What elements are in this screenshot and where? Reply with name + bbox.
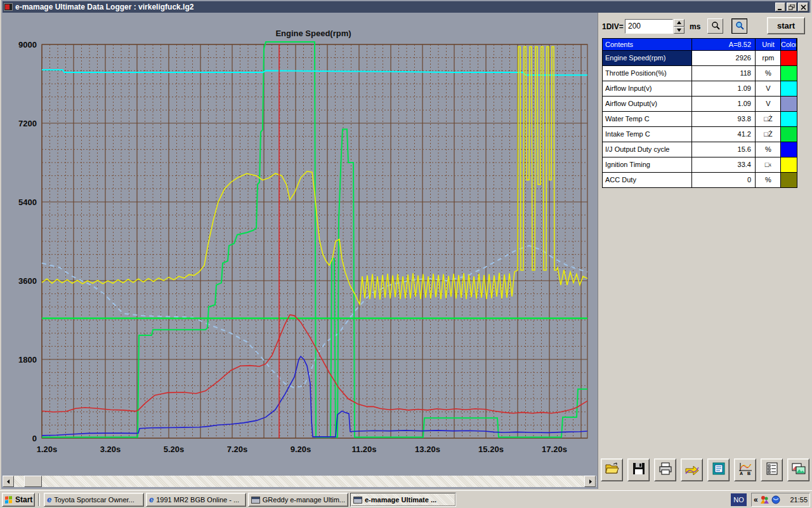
channel-color-swatch[interactable] [781, 127, 797, 142]
channel-row-2[interactable]: Throttle Position(%)118% [603, 65, 797, 81]
channel-color-swatch[interactable] [781, 112, 797, 126]
channel-value: 2926 [692, 51, 756, 65]
channel-unit: V [756, 81, 781, 96]
save-button[interactable] [627, 458, 650, 481]
internet-explorer-icon: e [149, 496, 154, 504]
channel-unit: rpm [756, 51, 781, 65]
channel-color-swatch[interactable] [781, 66, 797, 81]
channel-color-swatch[interactable] [781, 97, 797, 111]
restore-button[interactable] [787, 3, 797, 11]
bottom-toolbar: AB [598, 458, 812, 484]
channel-color-swatch[interactable] [781, 173, 797, 187]
images-button[interactable] [787, 458, 809, 481]
taskbar-divider [38, 493, 40, 506]
series-engine-speed [42, 315, 587, 413]
open-file-button[interactable] [601, 458, 623, 481]
images-icon [791, 462, 806, 478]
channel-row-6[interactable]: Intake Temp C41.2□Ż [603, 126, 797, 142]
magnifier-blue-icon [735, 21, 745, 31]
channel-name[interactable]: Intake Temp C [603, 127, 692, 142]
axis-labels: 0180036005400720090001.20s3.20s5.20s7.20… [18, 40, 567, 454]
report-list-button[interactable] [761, 458, 783, 481]
table-body: Engine Speed(rpm)2926rpmThrottle Positio… [603, 50, 797, 187]
task-button-4[interactable]: e-mamage Ultimate ... [350, 493, 456, 507]
div-spinner[interactable] [674, 19, 684, 34]
scroll-right-button[interactable] [584, 476, 596, 487]
zoom-in-button[interactable] [731, 18, 747, 34]
language-indicator[interactable]: NO [731, 493, 747, 506]
channel-row-9[interactable]: ACC Duty0% [603, 172, 797, 187]
export-chart-button[interactable] [681, 458, 703, 481]
channel-row-8[interactable]: Ignition Timing33.4□‹ [603, 157, 797, 172]
chart-title: Engine Speed(rpm) [41, 29, 586, 38]
channel-row-1[interactable]: Engine Speed(rpm)2926rpm [603, 50, 797, 65]
channel-name[interactable]: Ignition Timing [603, 157, 692, 172]
taskbar: Start eToyota Sportscar Owner...e1991 MR… [0, 490, 812, 508]
div-input[interactable]: 200 [625, 19, 673, 34]
channel-color-swatch[interactable] [781, 157, 797, 172]
magnifier-icon [710, 21, 721, 31]
task-button-1[interactable]: eToyota Sportscar Owner... [44, 493, 144, 507]
scroll-left-button[interactable] [3, 476, 14, 487]
task-button-3[interactable]: GReddy e-manage Ultim... [248, 493, 348, 507]
channel-name[interactable]: Airflow Input(v) [603, 81, 692, 96]
list-view-button[interactable] [707, 458, 730, 481]
chart-series [42, 42, 587, 438]
app-window: e-mamage Ultimate Data Logger : virkelig… [0, 0, 812, 490]
task-button-2[interactable]: e1991 MR2 BGB Online - ... [146, 493, 246, 507]
channel-unit: □‹ [756, 157, 781, 172]
window-title: e-mamage Ultimate Data Logger : virkelig… [15, 3, 193, 11]
x-tick-label: 11.20s [351, 444, 376, 454]
y-tick-label: 1800 [18, 355, 37, 364]
channel-name[interactable]: Throttle Position(%) [603, 66, 692, 81]
start-logging-button[interactable]: start [767, 17, 805, 34]
compare-ab-chart-button[interactable]: AB [734, 458, 756, 481]
channel-row-5[interactable]: Water Temp C93.8□Ż [603, 111, 797, 126]
y-tick-label: 0 [32, 434, 37, 443]
compare-ab-chart-icon: AB [738, 462, 753, 478]
channel-unit: □Ż [756, 127, 781, 142]
channel-name[interactable]: ACC Duty [603, 173, 692, 187]
chart-plot[interactable]: 0180036005400720090001.20s3.20s5.20s7.20… [3, 13, 598, 476]
x-tick-label: 17.20s [542, 444, 567, 454]
channel-value: 0 [692, 173, 756, 187]
minimize-icon [777, 4, 783, 10]
header-cursor-value: A=8.52 [692, 39, 756, 50]
spinner-down-icon[interactable] [674, 27, 684, 34]
globe-tray-icon[interactable] [771, 495, 780, 504]
close-button[interactable] [798, 3, 808, 11]
chart-region: Engine Speed(rpm) 0180036005400720090001… [3, 13, 598, 489]
tray-chevron[interactable]: « [754, 495, 758, 504]
zoom-out-button[interactable] [707, 18, 723, 34]
messenger-icon[interactable] [760, 495, 769, 504]
x-tick-label: 9.20s [291, 444, 311, 454]
app-icon [4, 3, 13, 11]
print-button[interactable] [654, 458, 676, 481]
minimize-button[interactable] [775, 3, 785, 11]
channel-name[interactable]: Water Temp C [603, 112, 692, 126]
channel-row-7[interactable]: I/J Output Duty cycle15.6% [603, 142, 797, 157]
start-menu-button[interactable]: Start [2, 493, 35, 507]
channel-name[interactable]: I/J Output Duty cycle [603, 142, 692, 157]
channel-color-swatch[interactable] [781, 81, 797, 96]
channel-value: 41.2 [692, 127, 756, 142]
channel-color-swatch[interactable] [781, 142, 797, 157]
save-icon [632, 462, 645, 478]
header-unit: Unit [756, 39, 781, 50]
channel-row-3[interactable]: Airflow Input(v)1.09V [603, 81, 797, 96]
arrow-right-icon [588, 479, 593, 484]
channel-value: 15.6 [692, 142, 756, 157]
scrollbar-thumb[interactable] [24, 476, 42, 487]
channel-name[interactable]: Airflow Output(v) [603, 97, 692, 111]
y-tick-label: 5400 [18, 197, 37, 207]
x-tick-label: 13.20s [415, 444, 440, 454]
channel-row-4[interactable]: Airflow Output(v)1.09V [603, 96, 797, 111]
system-tray: « 21:55 [751, 493, 810, 507]
chart-horizontal-scrollbar[interactable] [3, 476, 596, 487]
channel-unit: % [756, 66, 781, 81]
spinner-up-icon[interactable] [674, 19, 684, 27]
export-chart-icon [684, 462, 700, 478]
channel-unit: % [756, 142, 781, 157]
channel-color-swatch[interactable] [781, 51, 797, 65]
channel-name[interactable]: Engine Speed(rpm) [603, 51, 692, 65]
